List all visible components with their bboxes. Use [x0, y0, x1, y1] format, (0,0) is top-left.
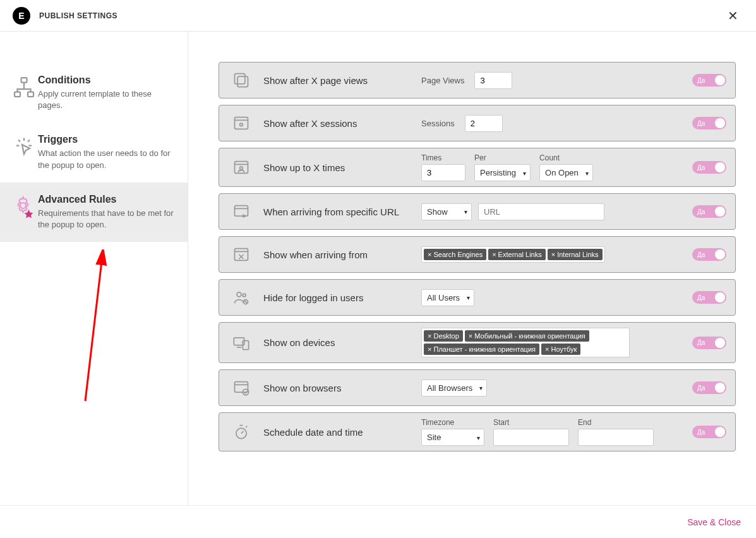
- svg-point-7: [240, 123, 243, 126]
- svg-rect-5: [237, 76, 248, 87]
- sidebar-item-title: Advanced Rules: [38, 194, 175, 205]
- field-label: Per: [474, 153, 531, 162]
- rule-title: Show on browsers: [263, 383, 421, 393]
- toggle-url[interactable]: Да: [692, 205, 726, 218]
- url-input[interactable]: [478, 203, 604, 220]
- svg-point-19: [236, 428, 246, 438]
- sidebar-item-title: Conditions: [38, 75, 175, 86]
- svg-rect-1: [15, 92, 20, 97]
- sidebar-item-desc: What action the user needs to do for the…: [38, 148, 175, 170]
- toggle-arriving-from[interactable]: Да: [692, 248, 726, 261]
- svg-rect-11: [235, 249, 248, 261]
- tag[interactable]: × Search Engines: [424, 249, 486, 260]
- rule-logged-in: Hide for logged in users All Users Да: [219, 279, 736, 316]
- close-button[interactable]: ✕: [723, 6, 743, 26]
- browser-x-icon: [219, 246, 263, 263]
- stopwatch-icon: [219, 423, 263, 441]
- svg-point-9: [240, 167, 243, 170]
- rule-title: Hide for logged in users: [263, 292, 421, 303]
- per-select[interactable]: Persisting: [474, 164, 531, 181]
- field-label: Sessions: [421, 119, 455, 128]
- rules-panel: Show after X page views Page Views Да Sh…: [188, 32, 756, 505]
- browser-eye-icon: [219, 114, 263, 132]
- toggle-browsers[interactable]: Да: [692, 381, 726, 394]
- gear-star-icon: [10, 194, 38, 230]
- tag[interactable]: × Desktop: [424, 330, 463, 342]
- toggle-up-to[interactable]: Да: [692, 161, 726, 174]
- url-mode-select[interactable]: Show: [421, 203, 472, 220]
- svg-point-12: [237, 292, 241, 297]
- devices-tags[interactable]: × Desktop × Мобильный - книжная ориентац…: [421, 328, 630, 357]
- page-title: PUBLISH SETTINGS: [39, 11, 117, 20]
- rule-title: Show up to X times: [263, 162, 421, 173]
- svg-point-13: [243, 294, 246, 297]
- field-label: Start: [493, 418, 569, 427]
- rule-schedule: Schedule date and time Timezone Site Sta…: [219, 412, 736, 451]
- toggle-devices[interactable]: Да: [692, 337, 726, 349]
- browsers-select[interactable]: All Browsers: [421, 380, 487, 397]
- sitemap-icon: [10, 75, 38, 111]
- rule-up-to-times: Show up to X times Times Per Persisting …: [219, 148, 736, 187]
- tag[interactable]: × External Links: [488, 249, 546, 260]
- browser-check-icon: [219, 379, 263, 397]
- sidebar-item-triggers[interactable]: Triggers What action the user needs to d…: [0, 123, 188, 182]
- rule-title: Show after X sessions: [263, 118, 421, 129]
- rule-title: Show on devices: [263, 337, 421, 348]
- rule-specific-url: When arriving from specific URL Show Да: [219, 193, 736, 230]
- svg-rect-4: [235, 74, 245, 84]
- rule-devices: Show on devices × Desktop × Мобильный - …: [219, 322, 736, 363]
- svg-point-3: [20, 203, 26, 208]
- toggle-sessions[interactable]: Да: [692, 117, 726, 129]
- browser-user-icon: [219, 158, 263, 176]
- rule-page-views: Show after X page views Page Views Да: [219, 62, 736, 99]
- tag[interactable]: × Мобильный - книжная ориентация: [465, 330, 589, 342]
- toggle-logged-in[interactable]: Да: [692, 291, 726, 304]
- times-input[interactable]: [421, 164, 465, 181]
- rule-title: Schedule date and time: [263, 427, 421, 438]
- arriving-from-tags[interactable]: × Search Engines × External Links × Inte…: [421, 246, 605, 263]
- sidebar-item-desc: Apply current template to these pages.: [38, 88, 175, 111]
- rule-title: When arriving from specific URL: [263, 206, 421, 217]
- count-select[interactable]: On Open: [539, 164, 593, 181]
- start-input[interactable]: [493, 429, 569, 446]
- users-block-icon: [219, 289, 263, 306]
- browser-arrow-icon: [219, 203, 263, 220]
- sidebar-item-desc: Requirements that have to be met for the…: [38, 208, 175, 230]
- logged-in-select[interactable]: All Users: [421, 289, 474, 306]
- field-label: Page Views: [421, 76, 464, 85]
- sidebar-item-advanced-rules[interactable]: Advanced Rules Requirements that have to…: [0, 182, 188, 242]
- svg-rect-8: [235, 162, 248, 174]
- rule-browsers: Show on browsers All Browsers Да: [219, 369, 736, 406]
- rule-title: Show after X page views: [263, 75, 421, 86]
- header: E PUBLISH SETTINGS ✕: [0, 0, 756, 32]
- page-views-input[interactable]: [474, 72, 512, 89]
- field-label: End: [578, 418, 654, 427]
- sidebar-item-conditions[interactable]: Conditions Apply current template to the…: [0, 63, 188, 123]
- sidebar: Conditions Apply current template to the…: [0, 32, 188, 505]
- rule-title: Show when arriving from: [263, 249, 421, 260]
- svg-rect-2: [28, 92, 33, 97]
- toggle-schedule[interactable]: Да: [692, 426, 726, 438]
- pages-icon: [219, 71, 263, 89]
- devices-icon: [219, 334, 263, 352]
- tag[interactable]: × Ноутбук: [541, 344, 580, 355]
- tag[interactable]: × Планшет - книжная ориентация: [424, 344, 539, 355]
- svg-rect-0: [21, 78, 27, 83]
- elementor-logo: E: [13, 7, 30, 25]
- field-label: Times: [421, 153, 465, 162]
- toggle-page-views[interactable]: Да: [692, 74, 726, 87]
- footer: Save & Close: [0, 505, 756, 538]
- click-icon: [10, 134, 38, 170]
- svg-rect-10: [235, 206, 248, 216]
- tag[interactable]: × Internal Links: [548, 249, 603, 260]
- save-close-button[interactable]: Save & Close: [687, 517, 741, 527]
- end-input[interactable]: [578, 429, 654, 446]
- field-label: Count: [539, 153, 593, 162]
- rule-arriving-from: Show when arriving from × Search Engines…: [219, 236, 736, 273]
- timezone-select[interactable]: Site: [421, 429, 484, 446]
- sidebar-item-title: Triggers: [38, 134, 175, 145]
- sessions-input[interactable]: [465, 115, 503, 132]
- svg-rect-17: [235, 382, 248, 392]
- field-label: Timezone: [421, 418, 484, 427]
- rule-sessions: Show after X sessions Sessions Да: [219, 105, 736, 141]
